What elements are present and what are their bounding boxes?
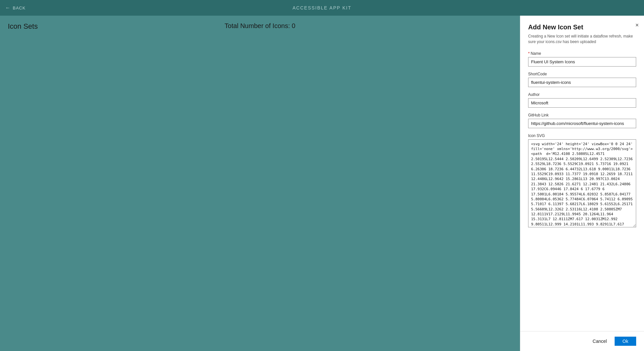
panel-footer: Cancel Ok: [520, 331, 644, 351]
left-panel: Icon Sets Total Number of Icons: 0: [0, 16, 520, 351]
back-button-label: BACK: [13, 6, 25, 10]
name-input[interactable]: [528, 57, 636, 67]
shortcode-label: ShortCode: [528, 72, 636, 76]
main-area: Icon Sets Total Number of Icons: 0 Add N…: [0, 16, 644, 351]
shortcode-field-group: ShortCode: [528, 72, 636, 87]
github-field-group: GitHub Link: [528, 113, 636, 128]
back-button[interactable]: ← BACK: [5, 5, 25, 11]
github-label: GitHub Link: [528, 113, 636, 117]
app-title: ACCESSIBLE APP KIT: [292, 5, 351, 10]
total-count: Total Number of Icons: 0: [225, 22, 295, 30]
author-input[interactable]: [528, 98, 636, 108]
panel-subtitle: Creating a New Icon set will initiate a …: [528, 34, 636, 45]
shortcode-input[interactable]: [528, 78, 636, 87]
back-arrow-icon: ←: [5, 5, 11, 11]
close-button[interactable]: ×: [635, 22, 639, 28]
name-label: *Name: [528, 51, 636, 56]
page-title: Icon Sets: [8, 22, 38, 30]
author-field-group: Author: [528, 92, 636, 108]
panel-header: Add New Icon Set Creating a New Icon set…: [520, 16, 644, 47]
svg-field-group: Icon SVG: [528, 133, 636, 229]
ok-button[interactable]: Ok: [615, 337, 636, 346]
cancel-button[interactable]: Cancel: [588, 337, 612, 346]
github-input[interactable]: [528, 119, 636, 128]
svg-label: Icon SVG: [528, 133, 636, 138]
panel-title: Add New Icon Set: [528, 23, 636, 31]
author-label: Author: [528, 92, 636, 97]
top-bar: ← BACK ACCESSIBLE APP KIT: [0, 0, 644, 16]
required-star: *: [528, 51, 530, 56]
panel-body: *Name ShortCode Author GitHub Link: [520, 47, 644, 331]
svg-textarea[interactable]: [528, 139, 636, 227]
right-panel: Add New Icon Set Creating a New Icon set…: [520, 16, 644, 351]
name-field-group: *Name: [528, 51, 636, 67]
